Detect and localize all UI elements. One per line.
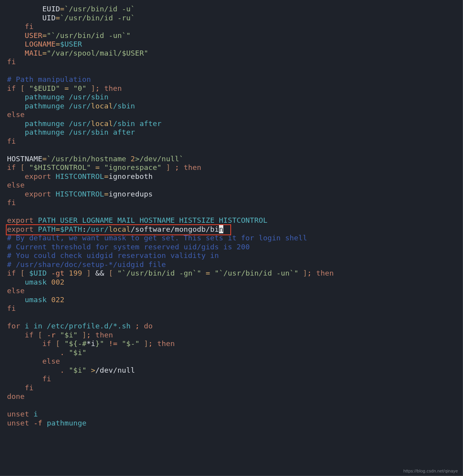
token-pl	[34, 331, 38, 339]
token-str: "${-#	[65, 339, 86, 348]
token-kw: fi	[25, 22, 34, 31]
code-line[interactable]: # You could check uidgid reservation val…	[7, 251, 456, 260]
code-line[interactable]: export HISTCONTROL=ignoredups	[7, 190, 456, 199]
token-yl: =	[42, 31, 47, 40]
code-line[interactable]: fi	[7, 384, 456, 393]
token-str: "`/usr/bin/id -un`"	[47, 31, 131, 40]
token-num: 022	[51, 296, 65, 304]
token-pl	[42, 419, 47, 427]
code-line[interactable]: else	[7, 110, 456, 119]
code-line[interactable]: pathmunge /usr/sbin after	[7, 128, 456, 137]
token-num: 002	[51, 278, 65, 286]
token-teal: pathmunge /usr/	[25, 102, 91, 110]
token-tan: !=	[109, 339, 118, 348]
code-line[interactable]: fi	[7, 58, 456, 67]
code-line[interactable]: else	[7, 181, 456, 190]
token-tan: .	[60, 366, 64, 374]
code-line[interactable]: # /usr/share/doc/setup-*/uidgid file	[7, 260, 456, 269]
code-line[interactable]: if [ "$EUID" = "0" ]; then	[7, 84, 456, 93]
code-line[interactable]: . "$i"	[7, 348, 456, 357]
code-line[interactable]: else	[7, 357, 456, 366]
token-pl	[20, 322, 25, 330]
token-br: [	[20, 269, 25, 277]
code-line[interactable]: # Path manipulation	[7, 75, 456, 84]
token-str: }"	[95, 339, 104, 348]
code-line[interactable]: HOSTNAME=`/usr/bin/hostname 2>/dev/null`	[7, 155, 456, 164]
token-teal: pathmunge /usr/sbin after	[25, 128, 135, 136]
code-line[interactable]: MAIL="/var/spool/mail/$USER"	[7, 49, 456, 58]
code-line[interactable]: EUID=`/usr/bin/id -u`	[7, 5, 456, 14]
token-tan: MAIL	[25, 49, 42, 57]
token-kw: unset	[7, 410, 29, 418]
code-line[interactable]: fi	[7, 22, 456, 31]
code-line[interactable]: # Current threshold for system reserved …	[7, 243, 456, 252]
code-line[interactable]: fi	[7, 304, 456, 313]
code-line[interactable]: fi	[7, 375, 456, 384]
token-pl	[104, 339, 108, 348]
code-line[interactable]: pathmunge /usr/sbin	[7, 93, 456, 102]
code-line[interactable]	[7, 313, 456, 322]
token-yl: =	[42, 155, 47, 163]
token-pl	[153, 339, 157, 348]
token-pl	[25, 84, 29, 92]
token-kw: if	[7, 269, 16, 277]
token-str: "0"	[73, 84, 86, 92]
token-tan: ;	[307, 269, 312, 277]
code-line[interactable]: unset i	[7, 410, 456, 419]
token-id: /dev/null	[95, 366, 135, 374]
code-line[interactable]: umask 022	[7, 296, 456, 305]
token-pl	[104, 269, 108, 277]
token-pl	[16, 163, 20, 171]
code-line[interactable]	[7, 401, 456, 410]
token-pl	[34, 216, 38, 224]
token-kw: export	[25, 190, 51, 198]
token-teal: umask	[25, 278, 51, 286]
code-line[interactable]	[7, 67, 456, 76]
code-line[interactable]: LOGNAME=$USER	[7, 40, 456, 49]
token-pl	[117, 339, 122, 348]
token-cursor: n	[219, 225, 223, 233]
code-line[interactable]: fi	[7, 137, 456, 146]
code-line[interactable]: if [ $UID -gt 199 ] && [ "`/usr/bin/id -…	[7, 269, 456, 278]
code-line[interactable]: pathmunge /usr/local/sbin after	[7, 119, 456, 128]
code-editor[interactable]: EUID=`/usr/bin/id -u` UID=`/usr/bin/id -…	[0, 0, 463, 432]
code-line[interactable]: unset -f pathmunge	[7, 419, 456, 428]
token-yl: >	[91, 366, 95, 374]
code-line[interactable]: if [ "$HISTCONTROL" = "ignorespace" ] ; …	[7, 163, 456, 172]
code-line[interactable]: export PATH=$PATH:/usr/local/software/mo…	[7, 225, 456, 234]
token-kw: if	[42, 339, 51, 348]
token-teal: /usr/	[86, 225, 108, 233]
code-line[interactable]: # By default, we want umask to get set. …	[7, 234, 456, 243]
code-line[interactable]: else	[7, 287, 456, 296]
token-id: ignoreboth	[109, 172, 153, 180]
token-pl	[201, 269, 206, 277]
token-id: ignoredups	[109, 190, 153, 198]
token-id: :	[82, 225, 86, 233]
code-line[interactable]: export HISTCONTROL=ignoreboth	[7, 172, 456, 181]
code-line[interactable]: pathmunge /usr/local/sbin	[7, 102, 456, 111]
token-cmt: # Current threshold for system reserved …	[7, 243, 250, 251]
code-line[interactable]	[7, 146, 456, 155]
code-line[interactable]: for i in /etc/profile.d/*.sh ; do	[7, 322, 456, 331]
code-line[interactable]: done	[7, 392, 456, 401]
token-pl	[29, 419, 33, 427]
code-line[interactable]: export PATH USER LOGNAME MAIL HOSTNAME H…	[7, 216, 456, 225]
code-line[interactable]: . "$i" >/dev/null	[7, 366, 456, 375]
token-pl	[100, 84, 104, 92]
token-str: "/var/spool/mail/$USER"	[47, 49, 149, 57]
code-line[interactable]: umask 002	[7, 278, 456, 287]
code-line[interactable]: if [ -r "$i" ]; then	[7, 331, 456, 340]
token-str: "$i"	[69, 366, 86, 374]
token-pl	[42, 331, 47, 339]
token-br: ]	[82, 331, 86, 339]
token-br: [	[56, 339, 60, 348]
code-line[interactable]: UID=`/usr/bin/id -ru`	[7, 14, 456, 23]
token-pl	[29, 410, 33, 418]
token-yl: =	[104, 172, 108, 180]
code-line[interactable]: if [ "${-#*i}" != "$-" ]; then	[7, 339, 456, 348]
code-line[interactable]: USER="`/usr/bin/id -un`"	[7, 31, 456, 40]
token-pl	[56, 331, 60, 339]
code-line[interactable]: fi	[7, 198, 456, 207]
code-line[interactable]	[7, 207, 456, 216]
token-kw: export	[25, 172, 51, 180]
